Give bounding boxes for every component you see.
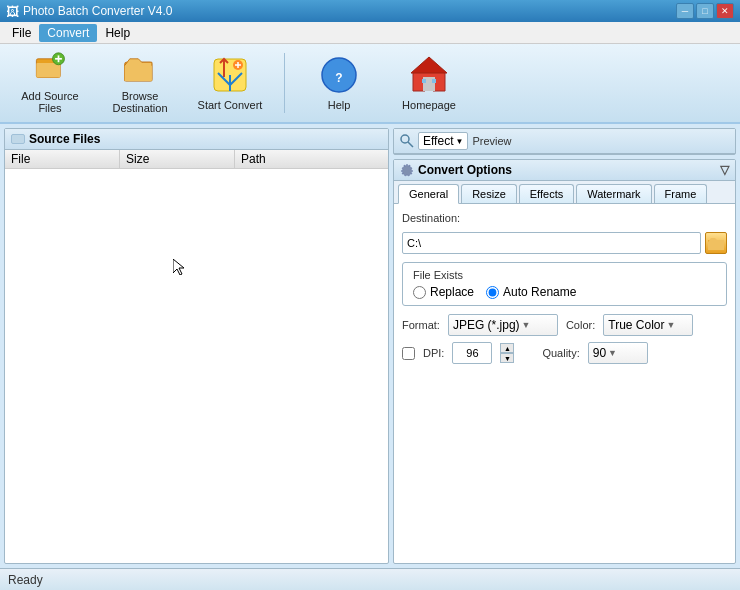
dpi-label: DPI: [423,347,444,359]
tab-general[interactable]: General [398,184,459,204]
add-source-icon [30,52,70,86]
home-icon [409,55,449,95]
auto-rename-radio[interactable] [486,286,499,299]
quality-select[interactable]: 90 ▼ [588,342,648,364]
replace-label: Replace [430,285,474,299]
effect-dropdown[interactable]: Effect ▼ [418,132,468,150]
source-files-title: Source Files [29,132,100,146]
effect-label: Effect [423,134,453,148]
menu-bar: File Convert Help [0,22,740,44]
file-exists-options: Replace Auto Rename [413,285,716,299]
menu-file[interactable]: File [4,24,39,42]
status-bar: Ready [0,568,740,590]
homepage-label: Homepage [402,99,456,111]
browse-dest-button[interactable]: Browse Destination [100,48,180,118]
help-button[interactable]: ? Help [299,48,379,118]
format-label: Format: [402,319,440,331]
browse-dest-icon [120,52,160,86]
add-source-label: Add Source Files [14,90,86,114]
format-row: Format: JPEG (*.jpg) ▼ Color: True Color… [402,314,727,336]
app-icon: 🖼 [6,4,19,19]
format-select[interactable]: JPEG (*.jpg) ▼ [448,314,558,336]
title-bar: 🖼 Photo Batch Converter V4.0 ─ □ ✕ [0,0,740,22]
convert-options-header: Convert Options ▽ [394,160,735,181]
auto-rename-label: Auto Rename [503,285,576,299]
file-exists-title: File Exists [413,269,716,281]
main-content: Source Files File Size Path [0,124,740,568]
color-select[interactable]: True Color ▼ [603,314,693,336]
effect-arrow: ▼ [455,137,463,146]
color-label: Color: [566,319,595,331]
right-panel: Effect ▼ Preview Convert Options ▽ Gener… [393,128,736,564]
format-arrow: ▼ [522,320,531,330]
preview-header: Effect ▼ Preview [394,129,735,154]
svg-marker-18 [411,57,447,73]
destination-label: Destination: [402,212,460,224]
preview-label: Preview [472,135,511,147]
maximize-button[interactable]: □ [696,3,714,19]
toolbar: Add Source Files Browse Destination Star… [0,44,740,124]
tab-frame[interactable]: Frame [654,184,708,203]
status-text: Ready [8,573,43,587]
destination-input[interactable] [402,232,701,254]
window-controls: ─ □ ✕ [676,3,734,19]
menu-convert[interactable]: Convert [39,24,97,42]
svg-rect-1 [36,63,60,77]
browse-folder-button[interactable] [705,232,727,254]
color-value: True Color [608,318,664,332]
col-header-size: Size [120,150,235,168]
col-header-file: File [5,150,120,168]
cursor-indicator [173,259,185,278]
tab-resize[interactable]: Resize [461,184,517,203]
quality-arrow: ▼ [608,348,617,358]
svg-rect-24 [708,242,724,250]
source-files-panel: Source Files File Size Path [4,128,389,564]
dpi-down[interactable]: ▼ [500,353,514,363]
quality-label: Quality: [542,347,579,359]
svg-rect-17 [422,79,426,83]
format-value: JPEG (*.jpg) [453,318,520,332]
svg-rect-6 [125,66,152,81]
preview-area: Effect ▼ Preview [393,128,736,155]
folder-icon [708,236,724,250]
source-collapse-icon[interactable] [11,134,25,144]
auto-rename-option[interactable]: Auto Rename [486,285,576,299]
options-content: Destination: File Exists [394,204,735,372]
destination-row: Destination: [402,212,727,224]
svg-rect-16 [432,79,436,83]
start-convert-icon [210,55,250,95]
file-exists-section: File Exists Replace Auto Rename [402,262,727,306]
menu-help[interactable]: Help [97,24,138,42]
destination-input-row [402,232,727,254]
dpi-spinner: ▲ ▼ [500,343,514,363]
close-button[interactable]: ✕ [716,3,734,19]
svg-line-21 [408,142,413,147]
color-arrow: ▼ [667,320,676,330]
replace-radio[interactable] [413,286,426,299]
minimize-button[interactable]: ─ [676,3,694,19]
help-label: Help [328,99,351,111]
preview-search-icon [400,134,414,148]
svg-point-20 [401,135,409,143]
dpi-input[interactable] [452,342,492,364]
tab-watermark[interactable]: Watermark [576,184,651,203]
dpi-up[interactable]: ▲ [500,343,514,353]
tabs-bar: General Resize Effects Watermark Frame [394,181,735,204]
help-icon: ? [319,55,359,95]
collapse-button[interactable]: ▽ [720,163,729,177]
options-gear-icon [400,163,414,177]
file-table-body[interactable] [5,169,388,439]
quality-value: 90 [593,346,606,360]
dpi-quality-row: DPI: ▲ ▼ Quality: 90 ▼ [402,342,727,364]
source-files-header: Source Files [5,129,388,150]
col-header-path: Path [235,150,388,168]
dpi-checkbox[interactable] [402,347,415,360]
add-source-button[interactable]: Add Source Files [10,48,90,118]
file-table: File Size Path [5,150,388,563]
homepage-button[interactable]: Homepage [389,48,469,118]
toolbar-separator [284,53,285,113]
start-convert-label: Start Convert [198,99,263,111]
replace-option[interactable]: Replace [413,285,474,299]
tab-effects[interactable]: Effects [519,184,574,203]
start-convert-button[interactable]: Start Convert [190,48,270,118]
